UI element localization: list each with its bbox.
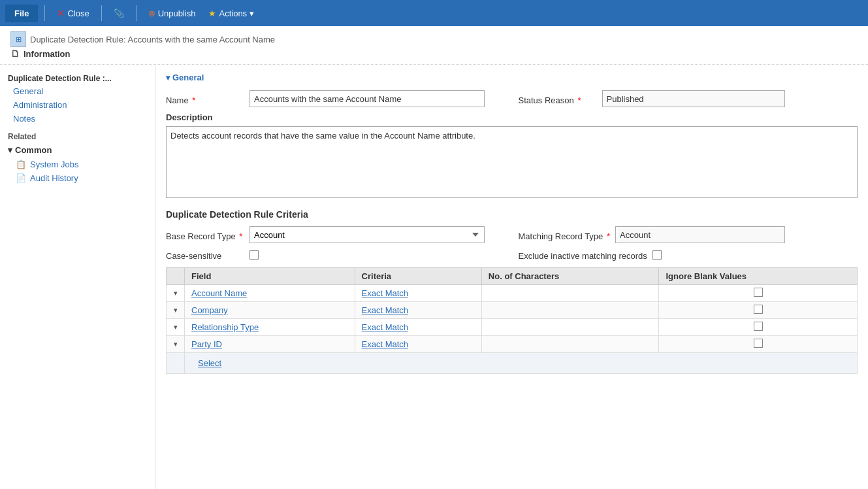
row-field[interactable]: Relationship Type — [185, 319, 355, 336]
status-reason-input — [602, 90, 785, 107]
sidebar-item-audit-history[interactable]: 📄 Audit History — [0, 171, 155, 185]
name-label: Name * — [166, 93, 244, 105]
record-header: ⊞ Duplicate Detection Rule: Accounts wit… — [0, 26, 868, 65]
name-col: Name * — [166, 90, 506, 107]
row-expand[interactable]: ▾ — [167, 336, 185, 353]
row-field[interactable]: Party ID — [185, 336, 355, 353]
base-record-select[interactable]: Account — [249, 226, 485, 243]
description-textarea[interactable]: Detects account records that have the sa… — [166, 126, 858, 198]
row-num-chars — [481, 319, 659, 336]
case-sensitive-label: Case-sensitive — [166, 248, 244, 261]
matching-required: * — [607, 231, 610, 241]
general-section-header: ▾ General — [166, 73, 858, 82]
actions-button[interactable]: ★ Actions ▾ — [203, 6, 259, 21]
name-input[interactable] — [249, 90, 485, 107]
col-criteria: Criteria — [355, 268, 481, 285]
unpublish-icon: ⊗ — [148, 8, 155, 18]
exclude-inactive-label: Exclude inactive matching records — [519, 248, 647, 261]
separator-3 — [136, 5, 137, 21]
separator-1 — [44, 5, 45, 21]
name-field-group: Name * — [166, 90, 506, 107]
case-sensitive-field: Case-sensitive — [166, 248, 506, 261]
sidebar-common-title[interactable]: ▾ Common — [0, 143, 155, 158]
matching-record-col: Matching Record Type * — [506, 226, 858, 243]
status-required: * — [577, 95, 581, 105]
case-sensitive-col: Case-sensitive — [166, 248, 506, 261]
exclude-inactive-checkbox[interactable] — [652, 250, 662, 260]
sidebar: Duplicate Detection Rule :... General Ad… — [0, 65, 155, 489]
content-area: ▾ General Name * Status Reason * — [155, 65, 868, 489]
separator-2 — [101, 5, 102, 21]
row-num-chars — [481, 285, 659, 302]
sidebar-item-administration[interactable]: Administration — [0, 98, 155, 112]
unpublish-label: Unpublish — [158, 8, 196, 18]
row-num-chars — [481, 336, 659, 353]
matching-record-input — [615, 226, 785, 243]
select-link[interactable]: Select — [191, 356, 228, 371]
close-label: Close — [67, 8, 89, 18]
table-row: ▾ Party ID Exact Match — [167, 336, 858, 353]
attachment-icon: 📎 — [114, 8, 124, 18]
row-ignore-blank[interactable] — [659, 285, 858, 302]
actions-label: Actions ▾ — [219, 8, 253, 18]
description-section: Description Detects account records that… — [166, 112, 858, 200]
name-status-row: Name * Status Reason * — [166, 90, 858, 107]
breadcrumb: ⊞ Duplicate Detection Rule: Accounts wit… — [10, 31, 858, 47]
close-button[interactable]: ✕ Close — [52, 5, 94, 21]
checkbox-row: Case-sensitive Exclude inactive matching… — [166, 248, 858, 261]
base-record-col: Base Record Type * Account — [166, 226, 506, 243]
name-required: * — [192, 95, 195, 105]
row-expand[interactable]: ▾ — [167, 285, 185, 302]
system-jobs-icon: 📋 — [16, 160, 26, 169]
common-collapse-icon: ▾ — [8, 145, 12, 155]
matching-record-label: Matching Record Type * — [519, 229, 611, 241]
close-icon: ✕ — [57, 8, 65, 18]
row-ignore-blank[interactable] — [659, 319, 858, 336]
row-field[interactable]: Account Name — [185, 285, 355, 302]
col-field: Field — [185, 268, 355, 285]
general-collapse-icon: ▾ — [166, 73, 170, 82]
select-link-cell: Select — [185, 353, 858, 374]
page-title: 🗋 Information — [10, 48, 858, 64]
main-layout: Duplicate Detection Rule :... General Ad… — [0, 65, 868, 489]
row-ignore-blank[interactable] — [659, 302, 858, 319]
case-sensitive-checkbox[interactable] — [249, 250, 259, 260]
row-criteria[interactable]: Exact Match — [355, 285, 481, 302]
row-field[interactable]: Company — [185, 302, 355, 319]
sidebar-item-system-jobs[interactable]: 📋 System Jobs — [0, 158, 155, 171]
audit-history-icon: 📄 — [16, 173, 26, 183]
sidebar-nav-title: Duplicate Detection Rule :... — [0, 70, 155, 84]
base-record-field: Base Record Type * Account — [166, 226, 506, 243]
col-expand — [167, 268, 185, 285]
page-title-icon: 🗋 — [10, 48, 20, 59]
attachment-button[interactable]: 📎 — [108, 6, 129, 21]
sidebar-item-notes[interactable]: Notes — [0, 112, 155, 126]
sidebar-item-general[interactable]: General — [0, 84, 155, 98]
row-num-chars — [481, 302, 659, 319]
table-row: ▾ Relationship Type Exact Match — [167, 319, 858, 336]
sidebar-related-title: Related — [0, 126, 155, 143]
row-expand[interactable]: ▾ — [167, 319, 185, 336]
record-type-row: Base Record Type * Account Matching Reco… — [166, 226, 858, 243]
breadcrumb-icon: ⊞ — [10, 31, 26, 47]
col-num-chars: No. of Characters — [481, 268, 659, 285]
criteria-title: Duplicate Detection Rule Criteria — [166, 209, 858, 220]
table-row: ▾ Company Exact Match — [167, 302, 858, 319]
row-ignore-blank[interactable] — [659, 336, 858, 353]
description-label: Description — [166, 112, 858, 122]
actions-icon: ★ — [208, 8, 216, 18]
status-col: Status Reason * — [506, 90, 858, 107]
row-criteria[interactable]: Exact Match — [355, 302, 481, 319]
file-button[interactable]: File — [5, 5, 38, 22]
status-reason-label: Status Reason * — [519, 93, 597, 105]
base-required: * — [239, 231, 242, 241]
table-row: ▾ Account Name Exact Match — [167, 285, 858, 302]
exclude-inactive-col: Exclude inactive matching records — [506, 248, 858, 261]
criteria-table: Field Criteria No. of Characters Ignore … — [166, 267, 858, 374]
row-criteria[interactable]: Exact Match — [355, 336, 481, 353]
col-ignore-blank: Ignore Blank Values — [659, 268, 858, 285]
row-expand[interactable]: ▾ — [167, 302, 185, 319]
toolbar: File ✕ Close 📎 ⊗ Unpublish ★ Actions ▾ — [0, 0, 868, 26]
unpublish-button[interactable]: ⊗ Unpublish — [143, 6, 201, 21]
row-criteria[interactable]: Exact Match — [355, 319, 481, 336]
